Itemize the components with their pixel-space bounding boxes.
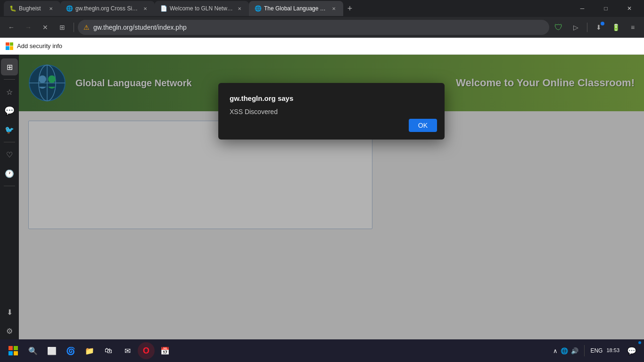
taskbar-right: ∧ 🌐 🔊 ENG 18:53 💬 — [553, 342, 640, 359]
sidebar-divider-3 — [4, 186, 15, 186]
sidebar-item-downloads[interactable]: ⬇ — [1, 304, 18, 321]
tab-gln-xss[interactable]: 🌐 gw.thegln.org Cross Site Sc... ✕ — [60, 1, 155, 16]
window-controls: ─ □ ✕ — [571, 0, 640, 17]
taskbar-edge[interactable]: 🌀 — [62, 342, 79, 359]
tab-welcome-gln-label: Welcome to GLN Network... — [170, 5, 233, 12]
maximize-button[interactable]: □ — [595, 0, 617, 17]
address-input[interactable]: ⚠ gw.thegln.org/student/index.php — [78, 20, 549, 35]
alert-title: gw.thegln.org says — [230, 94, 433, 102]
alert-dialog: gw.thegln.org says XSS Discovered OK — [218, 83, 445, 140]
tab-global-lang-close[interactable]: ✕ — [330, 5, 338, 12]
tab-gln-xss-favicon: 🌐 — [66, 5, 73, 12]
start-button[interactable] — [4, 341, 23, 360]
sidebar-item-settings[interactable]: ⚙ — [1, 322, 18, 339]
security-info-text[interactable]: Add security info — [17, 42, 62, 49]
sidebar-item-whatsapp[interactable]: 💬 — [1, 102, 18, 119]
sidebar-item-favorites[interactable]: ♡ — [1, 146, 18, 163]
title-bar: 🐛 Bugheist ✕ 🌐 gw.thegln.org Cross Site … — [0, 0, 644, 17]
tab-bugheist[interactable]: 🐛 Bugheist ✕ — [4, 1, 60, 16]
alert-message: XSS Discovered — [230, 108, 433, 115]
tab-welcome-gln[interactable]: 📄 Welcome to GLN Network... ✕ — [155, 1, 249, 16]
menu-button[interactable]: ≡ — [625, 20, 640, 35]
sidebar-item-bookmarks[interactable]: ☆ — [1, 83, 18, 100]
notification-dot — [638, 341, 641, 344]
refresh-button[interactable]: ✕ — [38, 20, 53, 35]
alert-overlay: gw.thegln.org says XSS Discovered OK — [19, 55, 644, 339]
view-tabs-button[interactable]: ⊞ — [55, 20, 70, 35]
tab-bugheist-label: Bugheist — [19, 5, 44, 12]
tab-global-lang[interactable]: 🌐 The Global Language Netw... ✕ — [249, 1, 343, 16]
tab-gln-xss-label: gw.thegln.org Cross Site Sc... — [75, 5, 139, 12]
taskbar-lang[interactable]: ENG — [590, 347, 603, 354]
sidebar: ⊞ ☆ 💬 🐦 ♡ 🕐 ⬇ ⚙ — [0, 55, 19, 339]
taskbar-search-button[interactable]: 🔍 — [25, 342, 41, 359]
taskbar-time[interactable]: 18:53 — [606, 347, 619, 354]
battery-icon[interactable]: 🔋 — [608, 20, 623, 35]
tray-network-icon[interactable]: 🌐 — [561, 347, 568, 354]
system-tray: ∧ 🌐 🔊 — [553, 347, 578, 354]
forward-button[interactable]: → — [21, 20, 36, 35]
shield-icon[interactable]: 🛡 — [551, 20, 566, 35]
taskbar-divider — [584, 345, 585, 356]
microsoft-logo — [6, 42, 13, 50]
security-bar: Add security info — [0, 38, 644, 55]
divider — [74, 23, 74, 32]
notification-center-button[interactable]: 💬 — [623, 342, 640, 359]
url-display: gw.thegln.org/student/index.php — [93, 24, 544, 31]
tab-global-lang-favicon: 🌐 — [255, 5, 261, 12]
sidebar-item-home[interactable]: ⊞ — [1, 58, 18, 75]
tab-gln-xss-close[interactable]: ✕ — [141, 5, 149, 12]
warning-icon: ⚠ — [83, 24, 90, 31]
tab-bugheist-favicon: 🐛 — [9, 5, 16, 12]
sidebar-item-history[interactable]: 🕐 — [1, 165, 18, 182]
taskbar-store[interactable]: 🛍 — [100, 342, 117, 359]
sidebar-divider-1 — [4, 79, 15, 80]
alert-ok-button[interactable]: OK — [409, 119, 437, 132]
taskbar-calendar[interactable]: 📅 — [157, 342, 173, 359]
taskbar: 🔍 ⬜ 🌀 📁 🛍 ✉ O 📅 ∧ 🌐 🔊 ENG 18:53 💬 — [0, 339, 644, 362]
sidebar-item-twitter[interactable]: 🐦 — [1, 121, 18, 138]
tab-global-lang-label: The Global Language Netw... — [264, 5, 327, 12]
taskbar-opera[interactable]: O — [138, 342, 155, 359]
address-bar: ← → ✕ ⊞ ⚠ gw.thegln.org/student/index.ph… — [0, 17, 644, 38]
back-button[interactable]: ← — [4, 20, 19, 35]
toolbar-divider — [587, 23, 587, 32]
new-tab-button[interactable]: + — [343, 2, 356, 15]
taskbar-task-view[interactable]: ⬜ — [43, 342, 60, 359]
main-content: Global Language Network Welcome to Your … — [19, 55, 644, 339]
tab-welcome-gln-favicon: 📄 — [160, 5, 167, 12]
tab-welcome-gln-close[interactable]: ✕ — [236, 5, 243, 12]
close-button[interactable]: ✕ — [619, 0, 640, 17]
toolbar-icons: 🛡 ▷ ⬇ 🔋 ≡ — [551, 20, 640, 35]
tray-volume-icon[interactable]: 🔊 — [571, 347, 578, 354]
sidebar-divider-2 — [4, 142, 15, 142]
tray-up-arrow[interactable]: ∧ — [553, 347, 558, 354]
extension-icon[interactable]: ▷ — [568, 20, 583, 35]
taskbar-explorer[interactable]: 📁 — [81, 342, 98, 359]
tab-bugheist-close[interactable]: ✕ — [47, 5, 55, 12]
download-button[interactable]: ⬇ — [591, 20, 606, 35]
download-badge — [601, 22, 604, 25]
taskbar-mail[interactable]: ✉ — [119, 342, 136, 359]
minimize-button[interactable]: ─ — [571, 0, 593, 17]
